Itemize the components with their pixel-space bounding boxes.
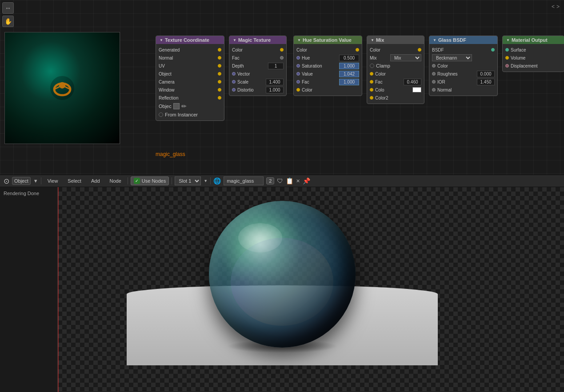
mt-scale-socket-in[interactable]	[232, 80, 236, 84]
matout-surface-label: Surface	[511, 48, 526, 52]
glass-bsdf-out-socket[interactable]	[491, 48, 495, 52]
glass-ior-row: IOR	[429, 78, 497, 86]
tc-obj-icon[interactable]	[173, 103, 180, 109]
node-menu-btn[interactable]: Node	[106, 177, 125, 184]
mt-scale-input[interactable]	[266, 79, 284, 85]
mix-mode-dropdown[interactable]: Mix	[390, 54, 421, 61]
mix-fac-input[interactable]	[404, 79, 421, 85]
matout-volume-row: Volume	[503, 54, 564, 62]
mix-clamp-row: Clamp	[367, 62, 424, 70]
tc-instancer-label: From Instancer	[165, 112, 198, 117]
tc-object-socket[interactable]	[218, 72, 221, 76]
material-output-body: Surface Volume Displacement	[503, 44, 564, 72]
glass-collapse-icon[interactable]: ▼	[433, 38, 436, 42]
tc-uv-label: UV	[159, 64, 165, 68]
mt-depth-input[interactable]	[268, 63, 284, 69]
magic-texture-collapse-icon[interactable]: ▼	[233, 38, 236, 42]
hs-value-input[interactable]	[339, 71, 359, 77]
hs-hue-socket[interactable]	[296, 56, 300, 60]
view-menu-btn[interactable]: View	[44, 177, 62, 184]
transform-tool-btn[interactable]: ↔	[2, 2, 14, 14]
tc-normal-row: Normal	[156, 54, 224, 62]
world-icon: 🌐	[213, 177, 221, 184]
slot-dropdown-icon[interactable]: ▼	[204, 179, 208, 183]
glass-normal-label: Normal	[437, 88, 452, 92]
matout-surface-socket[interactable]	[505, 48, 509, 52]
material-close-icon[interactable]: ✕	[296, 178, 300, 184]
grab-tool-btn[interactable]: ✋	[2, 16, 14, 27]
mt-depth-label: Depth	[232, 64, 244, 68]
nav-prev-icon[interactable]: <	[552, 4, 555, 10]
mix-mode-row: Mix Mix	[367, 54, 424, 62]
tc-generated-socket[interactable]	[218, 48, 221, 52]
add-menu-btn[interactable]: Add	[88, 177, 104, 184]
hs-color-out-socket[interactable]	[356, 48, 359, 52]
magic-texture-node: ▼ Magic Texture Color Fac Depth	[229, 36, 287, 96]
material-name-input[interactable]	[224, 176, 264, 185]
use-nodes-check-icon: ✓	[134, 178, 140, 184]
hs-hue-row: Hue	[294, 54, 362, 62]
mix-color-swatch[interactable]	[412, 87, 421, 92]
material-slot-dropdown[interactable]: Slot 1	[175, 176, 201, 185]
tc-eyedropper-icon[interactable]: ✏	[181, 103, 187, 110]
object-mode-btn[interactable]: Object	[12, 177, 31, 185]
glass-roughness-socket[interactable]	[432, 72, 436, 76]
mix-mix-label: Mix	[370, 56, 377, 60]
tc-camera-label: Camera	[159, 80, 175, 84]
hs-fac-socket[interactable]	[296, 80, 300, 84]
glass-ior-socket[interactable]	[432, 80, 436, 84]
matout-collapse-icon[interactable]: ▼	[506, 38, 510, 42]
material-copy-icon[interactable]: 📋	[286, 177, 293, 184]
mix-fac-socket[interactable]	[370, 80, 373, 84]
view-mode-icon[interactable]: ⊙	[4, 177, 9, 185]
material-count-badge: 2	[266, 177, 274, 184]
glass-roughness-input[interactable]	[477, 71, 495, 77]
mt-distortion-socket-in[interactable]	[232, 88, 236, 92]
glass-distribution-dropdown[interactable]: Beckmann	[432, 54, 472, 61]
node-collapse-icon[interactable]: ▼	[160, 38, 163, 42]
hs-value-socket[interactable]	[296, 72, 300, 76]
mix-colo-socket[interactable]	[370, 88, 373, 92]
node-tools-panel: ↔ ✋	[2, 2, 14, 27]
mix-color2-socket[interactable]	[370, 96, 373, 100]
tc-instancer-checkbox[interactable]	[159, 112, 163, 117]
glass-ior-label: IOR	[437, 80, 445, 84]
material-shield-icon: 🛡	[277, 177, 283, 184]
tc-camera-socket[interactable]	[218, 80, 221, 84]
mt-color-socket[interactable]	[280, 48, 284, 52]
hs-fac-input[interactable]	[339, 79, 359, 85]
tc-reflection-socket[interactable]	[218, 96, 221, 100]
hs-hue-input[interactable]	[339, 55, 359, 61]
nav-next-icon[interactable]: >	[556, 4, 560, 10]
glass-normal-socket[interactable]	[432, 88, 436, 92]
mt-distortion-input[interactable]	[266, 87, 284, 93]
glass-color-socket[interactable]	[432, 64, 436, 68]
hs-saturation-input[interactable]	[339, 63, 359, 69]
tc-reflection-label: Reflection	[159, 96, 178, 100]
glass-ior-input[interactable]	[477, 79, 495, 85]
mt-vector-socket-in[interactable]	[232, 72, 236, 76]
mt-fac-socket[interactable]	[280, 56, 284, 60]
hs-saturation-socket[interactable]	[296, 64, 300, 68]
material-pin-icon[interactable]: 📌	[303, 177, 310, 184]
mode-dropdown-icon[interactable]: ▼	[33, 178, 38, 184]
tc-uv-socket[interactable]	[218, 64, 221, 68]
mix-color-out-socket[interactable]	[418, 48, 421, 52]
mix-collapse-icon[interactable]: ▼	[371, 38, 374, 42]
mix-colo-row: Colo	[367, 86, 424, 94]
matout-volume-socket[interactable]	[505, 56, 509, 60]
tc-obj-row: Objec ✏	[156, 102, 224, 111]
hs-color-in-socket[interactable]	[296, 88, 300, 92]
select-menu-btn[interactable]: Select	[64, 177, 85, 184]
mix-color-in-socket[interactable]	[370, 72, 373, 76]
tc-normal-socket[interactable]	[218, 56, 221, 60]
tc-window-socket[interactable]	[218, 88, 221, 92]
tc-instancer-row: From Instancer	[156, 111, 224, 119]
mix-clamp-checkbox[interactable]	[370, 64, 374, 68]
use-nodes-toggle[interactable]: ✓ Use Nodes	[131, 176, 169, 185]
hue-sat-collapse-icon[interactable]: ▼	[297, 38, 301, 42]
mix-color-in-label: Color	[375, 72, 386, 76]
mix-clamp-label: Clamp	[376, 63, 390, 68]
matout-displacement-socket[interactable]	[505, 64, 509, 68]
material-output-node: ▼ Material Output Surface Volume Displac…	[502, 36, 564, 72]
